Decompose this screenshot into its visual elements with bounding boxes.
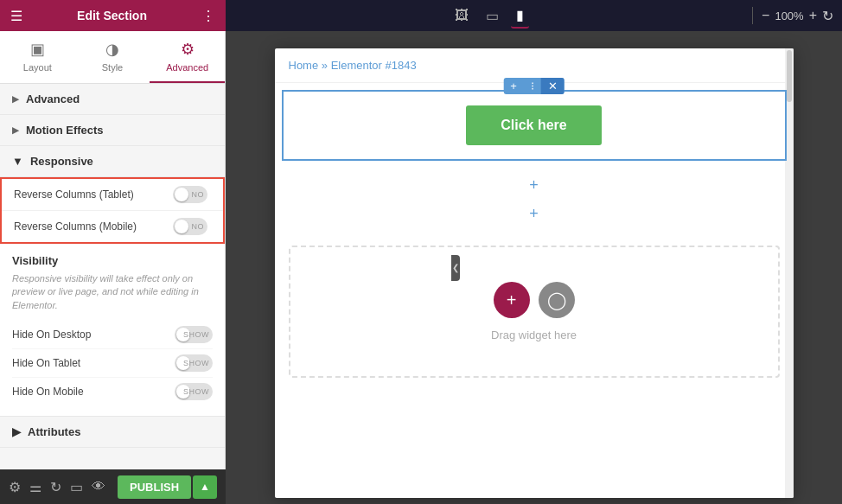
show-label-desktop: SHOW [183,330,209,339]
page-frame: Home » Elementor #1843 + ⁝ ✕ Click here [275,48,794,498]
attributes-section-header[interactable]: ▶ Attributes [0,417,225,448]
mobile-btn[interactable]: ▮ [511,3,529,29]
hide-mobile-row: Hide On Mobile SHOW [12,378,213,405]
zoom-in-btn[interactable]: + [809,8,817,23]
page-title: Edit Section [31,9,193,22]
toggle-thumb-tablet [175,188,188,201]
tablet-btn[interactable]: ▭ [481,4,504,28]
eye-icon[interactable]: 👁 [92,479,105,494]
toggle-thumb-mobile [175,220,188,233]
responsive-section-header[interactable]: ▼ Responsive [0,146,225,177]
toolbar-divider [752,7,753,24]
section-move-btn[interactable]: ⁝ [524,78,541,94]
toggle-track-tablet: NO [173,186,207,203]
responsive-arrow-icon: ▼ [12,155,23,168]
hide-tablet-row: Hide On Tablet SHOW [12,349,213,378]
hamburger-icon[interactable]: ☰ [10,8,22,24]
show-label-mobile: SHOW [183,387,209,396]
bottom-bar: ⚙ ⚌ ↻ ▭ 👁 PUBLISH ▲ [0,469,226,504]
device-switcher: 🖼 ▭ ▮ [234,3,743,29]
reverse-tablet-toggle[interactable]: NO [173,186,211,203]
reverse-mobile-toggle[interactable]: NO [173,218,211,235]
section-toolbar: + ⁝ ✕ [503,78,565,94]
section-delete-btn[interactable]: ✕ [541,78,565,94]
motion-effects-section-header[interactable]: ▶ Motion Effects [0,115,225,146]
visibility-title: Visibility [12,254,213,267]
hide-tablet-label: Hide On Tablet [12,357,80,369]
reverse-mobile-label: Reverse Columns (Mobile) [14,220,137,233]
layout-icon: ▣ [30,40,45,59]
motion-effects-arrow-icon: ▶ [12,125,19,135]
hide-tablet-toggle[interactable]: SHOW [175,354,213,372]
grid-icon[interactable]: ⋮ [201,8,215,24]
reverse-columns-box: Reverse Columns (Tablet) NO Reverse Colu… [0,177,225,244]
add-section-btn-1[interactable]: + [275,171,794,200]
section-add-btn[interactable]: + [503,78,524,94]
publish-group: PUBLISH ▲ [118,475,217,499]
zoom-controls: − 100% + ↻ [762,8,833,24]
reverse-mobile-row: Reverse Columns (Mobile) NO [2,211,223,242]
hide-desktop-label: Hide On Desktop [12,329,91,341]
widget-library-btn[interactable]: ◯ [539,282,575,318]
drag-widget-area: + ◯ Drag widget here [289,246,780,378]
toggle-label-tablet: NO [192,190,205,199]
attributes-arrow-icon: ▶ [12,425,21,438]
reverse-tablet-row: Reverse Columns (Tablet) NO [2,179,223,211]
publish-dropdown-button[interactable]: ▲ [193,475,217,499]
advanced-arrow-icon: ▶ [12,94,19,104]
desktop-btn[interactable]: 🖼 [450,4,474,27]
reverse-tablet-label: Reverse Columns (Tablet) [14,188,134,201]
hide-mobile-label: Hide On Mobile [12,386,84,398]
layers-icon[interactable]: ⚌ [29,479,41,495]
advanced-section-header[interactable]: ▶ Advanced [0,84,225,115]
click-here-button[interactable]: Click here [466,105,601,145]
style-icon: ◑ [105,40,119,59]
history-icon[interactable]: ↻ [50,479,61,495]
drag-widget-icons: + ◯ [494,282,575,318]
click-section: + ⁝ ✕ Click here [282,90,787,161]
zoom-out-btn[interactable]: − [762,8,769,23]
gear-icon: ⚙ [181,40,195,59]
sidebar: ▣ Layout ◑ Style ⚙ Advanced ▶ Advanced [0,31,226,504]
hide-mobile-toggle[interactable]: SHOW [175,383,213,400]
sidebar-collapse-handle[interactable]: ❮ [451,255,460,281]
hide-desktop-toggle[interactable]: SHOW [175,326,213,343]
click-section-inner: Click here [282,90,787,161]
canvas-area: ❮ Home » Elementor #1843 + ⁝ ✕ [226,31,842,504]
sidebar-content: ▶ Advanced ▶ Motion Effects ▼ Responsive… [0,84,225,504]
visibility-description: Responsive visibility will take effect o… [12,272,213,312]
add-row-buttons: + + [275,168,794,232]
drag-widget-text: Drag widget here [491,329,577,341]
visibility-section: Visibility Responsive visibility will ta… [0,244,225,417]
sidebar-header: ☰ Edit Section ⋮ [0,0,226,31]
tab-advanced[interactable]: ⚙ Advanced [150,31,225,83]
zoom-reset-btn[interactable]: ↻ [822,8,833,24]
top-toolbar: 🖼 ▭ ▮ − 100% + ↻ [226,0,842,31]
toggle-label-mobile: NO [192,222,205,231]
hide-desktop-row: Hide On Desktop SHOW [12,321,213,349]
tab-bar: ▣ Layout ◑ Style ⚙ Advanced [0,31,225,84]
tab-layout[interactable]: ▣ Layout [0,31,75,83]
add-section-btn-2[interactable]: + [275,200,794,228]
breadcrumb-text: Home » Elementor #1843 [289,59,417,72]
tab-style[interactable]: ◑ Style [75,31,150,83]
responsive-icon[interactable]: ▭ [70,479,83,495]
settings-icon[interactable]: ⚙ [9,479,21,495]
add-widget-btn[interactable]: + [494,282,530,318]
show-label-tablet: SHOW [183,359,209,367]
toggle-track-mobile: NO [173,218,207,235]
publish-button[interactable]: PUBLISH [118,475,191,499]
zoom-level: 100% [775,10,803,22]
scroll-thumb [787,50,792,102]
